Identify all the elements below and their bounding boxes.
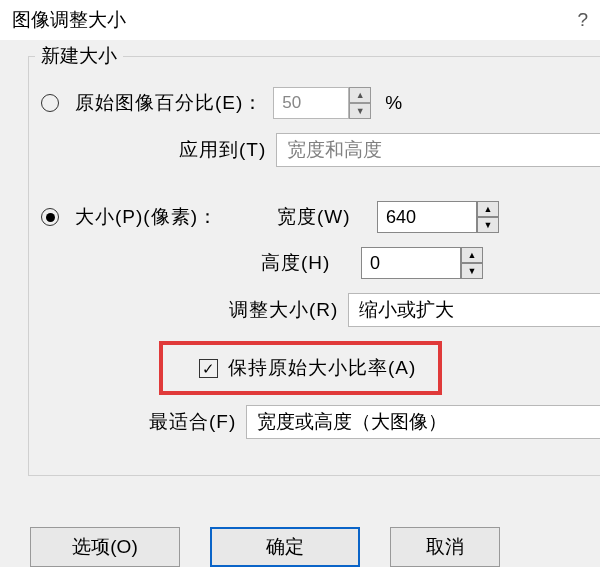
best-fit-value: 宽度或高度（大图像）: [257, 409, 447, 435]
spinner-down-icon[interactable]: ▼: [477, 217, 499, 233]
keep-ratio-highlight: 保持原始大小比率(A): [159, 341, 442, 395]
resize-label: 调整大小(R): [229, 297, 338, 323]
height-spinner[interactable]: ▲ ▼: [361, 247, 483, 279]
size-row: 大小(P)(像素)： 宽度(W) ▲ ▼: [39, 201, 600, 233]
spinner-up-icon[interactable]: ▲: [461, 247, 483, 263]
apply-to-row: 应用到(T) 宽度和高度: [179, 133, 600, 167]
button-bar: 选项(O) 确定 取消: [0, 527, 600, 567]
spinner-up-icon[interactable]: ▲: [349, 87, 371, 103]
width-input[interactable]: [377, 201, 477, 233]
new-size-fieldset: 新建大小 原始图像百分比(E)： ▲ ▼ % 应用到(T) 宽度和高度: [28, 56, 600, 476]
spinner-down-icon[interactable]: ▼: [349, 103, 371, 119]
height-label: 高度(H): [261, 250, 351, 276]
resize-value: 缩小或扩大: [359, 297, 454, 323]
best-fit-row: 最适合(F) 宽度或高度（大图像）: [149, 405, 600, 439]
width-label: 宽度(W): [277, 204, 367, 230]
keep-ratio-label: 保持原始大小比率(A): [228, 355, 416, 381]
window-title: 图像调整大小: [12, 7, 126, 33]
fieldset-legend: 新建大小: [35, 43, 123, 69]
size-radio[interactable]: [41, 208, 59, 226]
spinner-up-icon[interactable]: ▲: [477, 201, 499, 217]
resize-row: 调整大小(R) 缩小或扩大: [229, 293, 600, 327]
resize-select[interactable]: 缩小或扩大: [348, 293, 600, 327]
percent-spinner[interactable]: ▲ ▼: [273, 87, 371, 119]
dialog-content: 新建大小 原始图像百分比(E)： ▲ ▼ % 应用到(T) 宽度和高度: [0, 40, 600, 476]
percent-input[interactable]: [273, 87, 349, 119]
title-bar: 图像调整大小 ?: [0, 0, 600, 40]
width-spinner[interactable]: ▲ ▼: [377, 201, 499, 233]
percent-row: 原始图像百分比(E)： ▲ ▼ %: [39, 87, 600, 119]
height-row: 高度(H) ▲ ▼: [261, 247, 600, 279]
cancel-button[interactable]: 取消: [390, 527, 500, 567]
percent-radio[interactable]: [41, 94, 59, 112]
spinner-down-icon[interactable]: ▼: [461, 263, 483, 279]
apply-to-value: 宽度和高度: [287, 137, 382, 163]
apply-to-label: 应用到(T): [179, 137, 266, 163]
best-fit-label: 最适合(F): [149, 409, 236, 435]
help-icon[interactable]: ?: [577, 9, 588, 31]
apply-to-select[interactable]: 宽度和高度: [276, 133, 600, 167]
options-button[interactable]: 选项(O): [30, 527, 180, 567]
percent-label: 原始图像百分比(E)：: [75, 90, 263, 116]
percent-unit: %: [385, 92, 402, 114]
ok-button[interactable]: 确定: [210, 527, 360, 567]
best-fit-select[interactable]: 宽度或高度（大图像）: [246, 405, 600, 439]
keep-ratio-checkbox[interactable]: [199, 359, 218, 378]
size-label: 大小(P)(像素)：: [75, 204, 267, 230]
height-input[interactable]: [361, 247, 461, 279]
